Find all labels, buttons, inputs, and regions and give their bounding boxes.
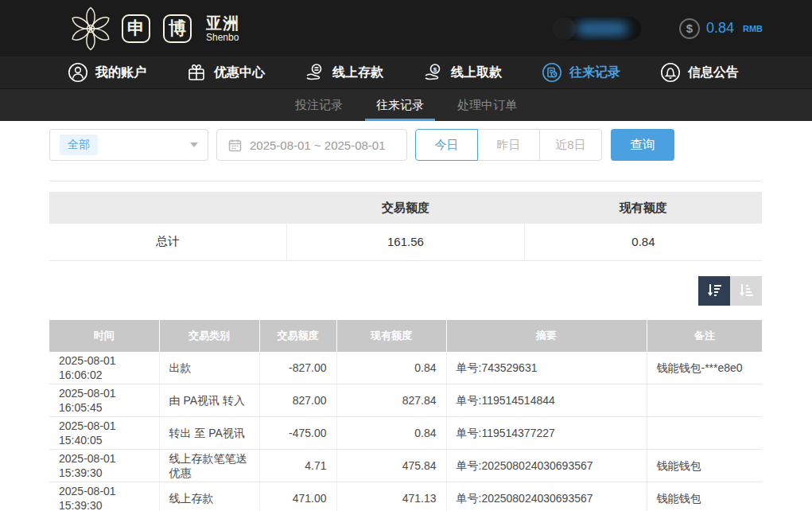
quick-range-group: 今日 昨日 近8日 [415,129,602,161]
summary-total-row: 总计 161.56 0.84 [49,224,762,260]
col-header-time: 时间 [49,320,159,352]
table-row: 2025-08-01 15:39:30 线上存款笔笔送优惠 4.71 475.8… [49,449,762,482]
sort-controls [49,276,762,306]
table-row: 2025-08-01 15:39:30 线上存款 471.00 471.13 单… [49,482,762,511]
section-divider [49,181,762,181]
today-button[interactable]: 今日 [415,129,478,161]
summary-total-label: 总计 [49,224,287,260]
cell-note [647,384,762,416]
nav-item-withdraw[interactable]: $ 线上取款 [423,62,502,83]
logo-region-cn: 亚洲 [206,15,239,31]
cell-summary: 单号:119514377227 [446,416,647,449]
records-icon [542,62,562,83]
redacted-username [576,21,628,36]
logo-region: 亚洲 Shenbo [206,15,239,42]
chevron-down-icon [190,142,198,147]
cell-type: 线上存款 [159,482,259,511]
tab-pending-orders[interactable]: 处理中订单 [451,89,523,121]
search-button[interactable]: 查询 [611,129,674,161]
site-logo[interactable]: 申 博 亚洲 Shenbo [68,6,239,52]
gift-icon [186,62,207,83]
svg-text:$: $ [433,66,437,73]
col-header-current-balance: 现有额度 [336,320,446,352]
cell-time: 2025-08-01 16:05:45 [49,384,159,416]
cell-summary: 单号:743529631 [446,352,647,384]
user-icon [68,62,88,83]
tab-label: 投注记录 [295,98,343,113]
cell-current-balance: 0.84 [336,352,446,384]
last-8-days-button[interactable]: 近8日 [539,129,602,161]
cell-summary: 单号:119514514844 [446,384,647,416]
cell-current-balance: 0.84 [336,416,446,449]
tab-transaction-records[interactable]: 往来记录 [370,89,430,121]
bell-icon [660,62,681,83]
withdraw-icon: $ [423,62,444,83]
cell-time: 2025-08-01 16:06:02 [49,352,159,384]
transaction-type-select[interactable]: 全部 [49,129,208,161]
nav-item-transaction-records[interactable]: 往来记录 [542,62,620,83]
dollar-circle-icon: $ [679,18,700,39]
nav-item-label: 我的账户 [95,64,146,81]
summary-header-row: 交易额度 现有额度 [49,192,762,224]
nav-item-promotions[interactable]: 优惠中心 [186,62,265,83]
flower-logo-icon [68,6,114,52]
tab-label: 往来记录 [376,98,424,113]
balance-amount: 0.84 [706,20,734,37]
summary-header-current-balance: 现有额度 [524,192,762,224]
cell-note [647,416,762,449]
col-header-trade-amount: 交易额度 [259,320,336,352]
nav-item-label: 往来记录 [569,64,620,81]
date-range-input[interactable]: 2025-08-01 ~ 2025-08-01 [216,129,407,161]
cell-trade-amount: -475.00 [259,416,336,449]
cell-time: 2025-08-01 15:39:30 [49,449,159,482]
nav-item-announcements[interactable]: 信息公告 [660,62,739,83]
col-header-note: 备注 [647,320,762,352]
sort-descending-icon [705,282,723,299]
summary-table: 交易额度 现有额度 总计 161.56 0.84 [49,192,762,261]
sort-descending-button[interactable] [698,276,730,306]
nav-item-label: 信息公告 [688,64,739,81]
cell-note: 钱能钱包 [647,482,762,511]
col-header-type: 交易类别 [159,320,259,352]
cell-type: 线上存款笔笔送优惠 [159,449,259,482]
yesterday-button[interactable]: 昨日 [477,129,540,161]
cell-type: 由 PA视讯 转入 [159,384,259,416]
user-pill-redacted[interactable] [552,17,641,41]
logo-region-en: Shenbo [206,33,239,42]
cell-summary: 单号:202508024030693567 [446,482,647,511]
cell-trade-amount: -827.00 [259,352,336,384]
tab-bet-records[interactable]: 投注记录 [289,89,349,121]
cell-type: 转出 至 PA视讯 [159,416,259,449]
balance-currency: RMB [743,24,763,33]
selected-type-tag: 全部 [60,135,98,155]
records-header-row: 时间 交易类别 交易额度 现有额度 摘要 备注 [49,320,762,352]
nav-item-label: 线上取款 [451,64,502,81]
cell-note: 钱能钱包 [647,449,762,482]
deposit-icon [305,62,325,83]
records-table: 时间 交易类别 交易额度 现有额度 摘要 备注 2025-08-01 16:06… [49,320,762,511]
logo-char-shen: 申 [122,14,150,43]
summary-header-empty [49,192,287,224]
logo-char-bo: 博 [163,14,192,43]
tab-label: 处理中订单 [457,98,517,113]
sort-ascending-button[interactable] [730,276,762,306]
cell-current-balance: 827.84 [336,384,446,416]
cell-summary: 单号:202508024030693567 [446,449,647,482]
table-row: 2025-08-01 15:40:05 转出 至 PA视讯 -475.00 0.… [49,416,762,449]
content-area: 全部 2025-08-01 ~ 2025-08-01 今日 昨日 近8日 查询 [0,121,812,511]
table-row: 2025-08-01 16:05:45 由 PA视讯 转入 827.00 827… [49,384,762,416]
cell-trade-amount: 4.71 [259,449,336,482]
filter-row: 全部 2025-08-01 ~ 2025-08-01 今日 昨日 近8日 查询 [49,129,762,161]
nav-item-label: 线上存款 [332,64,383,81]
nav-item-deposit[interactable]: 线上存款 [305,62,383,83]
nav-item-my-account[interactable]: 我的账户 [68,62,146,83]
top-header: 申 博 亚洲 Shenbo $ 0.84 RMB [0,0,812,57]
cell-current-balance: 471.13 [336,482,446,511]
summary-total-trade-amount: 161.56 [287,224,525,260]
col-header-summary: 摘要 [446,320,647,352]
sort-ascending-icon [737,282,755,299]
cell-note: 钱能钱包-***e8e0 [647,352,762,384]
summary-total-current-balance: 0.84 [524,224,762,260]
summary-header-trade-amount: 交易额度 [287,192,525,224]
cell-trade-amount: 471.00 [259,482,336,511]
